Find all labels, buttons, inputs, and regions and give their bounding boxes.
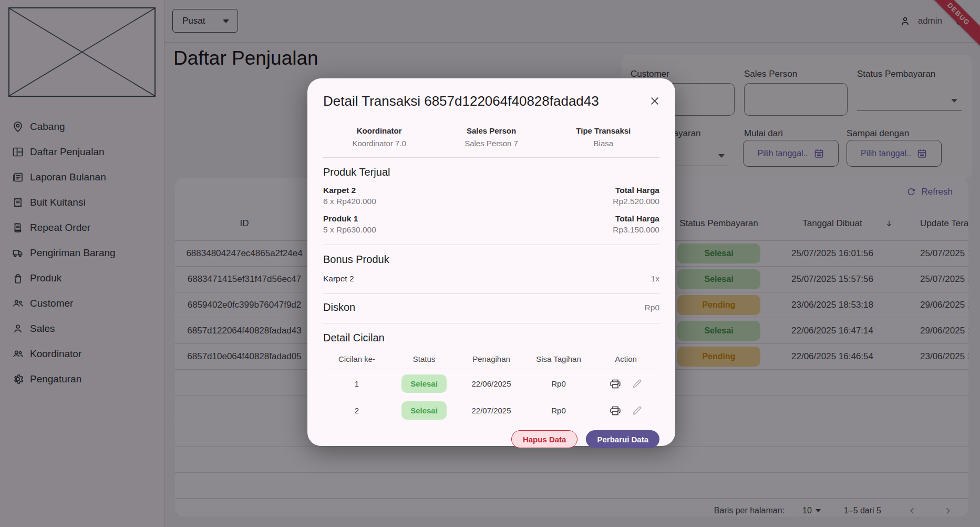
divider — [323, 369, 659, 369]
print-icon[interactable] — [609, 378, 622, 390]
perbarui-data-button[interactable]: Perbarui Data — [586, 430, 659, 448]
cicilan-row: 1 Selesai 22/06/2025 Rp0 — [323, 371, 659, 396]
divider — [323, 245, 659, 245]
detail-cicilan-heading: Detail Cicilan — [323, 332, 659, 344]
diskon-row: Diskon Rp0 — [323, 301, 659, 313]
status-badge: Selesai — [401, 374, 447, 393]
produk-terjual-heading: Produk Terjual — [323, 166, 659, 178]
cicilan-penagihan: 22/07/2025 — [458, 406, 525, 415]
divider — [323, 323, 659, 323]
modal-title: Detail Transaksi 6857d122064f40828fadad4… — [323, 93, 659, 109]
bonus-produk-heading: Bonus Produk — [323, 254, 659, 266]
cicilan-sisa-tagihan: Rp0 — [525, 379, 592, 388]
close-icon[interactable] — [649, 95, 661, 107]
print-icon[interactable] — [609, 404, 622, 417]
hapus-data-button[interactable]: Hapus Data — [511, 430, 578, 448]
edit-pencil-icon[interactable] — [631, 404, 643, 417]
diskon-heading: Diskon — [323, 301, 355, 313]
modal-action-buttons: Hapus Data Perbarui Data — [323, 430, 659, 448]
info-tipe-transaksi: Tipe Transaksi Biasa — [548, 126, 659, 148]
transaction-info-row: Koordinator Koordinator 7.0 Sales Person… — [323, 126, 659, 148]
cicilan-row: 2 Selesai 22/07/2025 Rp0 — [323, 398, 659, 423]
edit-pencil-icon[interactable] — [631, 378, 643, 390]
sold-product-row: Karpet 2 6 x Rp420.000 Total Harga Rp2.5… — [323, 185, 659, 207]
info-sales-person: Sales Person Sales Person 7 — [435, 126, 547, 148]
bonus-product-row: Karpet 2 1x — [323, 273, 659, 284]
diskon-value: Rp0 — [645, 302, 659, 313]
cicilan-number: 1 — [323, 379, 390, 388]
divider — [323, 157, 659, 158]
cicilan-penagihan: 22/06/2025 — [458, 379, 525, 388]
cicilan-sisa-tagihan: Rp0 — [525, 406, 592, 415]
transaction-detail-modal: Detail Transaksi 6857d122064f40828fadad4… — [307, 78, 675, 446]
cicilan-header-row: Cicilan ke- Status Penagihan Sisa Tagiha… — [323, 354, 659, 363]
info-koordinator: Koordinator Koordinator 7.0 — [323, 126, 435, 148]
sold-product-row: Produk 1 5 x Rp630.000 Total Harga Rp3.1… — [323, 213, 659, 235]
divider — [323, 293, 659, 294]
cicilan-number: 2 — [323, 406, 390, 415]
status-badge: Selesai — [401, 401, 447, 420]
